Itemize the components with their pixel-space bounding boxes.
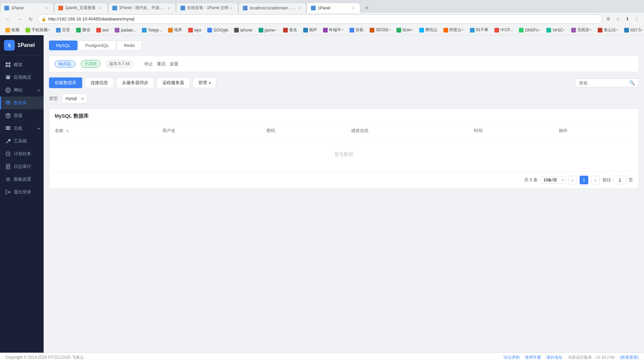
tab-postgresql[interactable]: PostgreSQL: [78, 41, 116, 50]
sidebar-item-container[interactable]: 容器: [0, 109, 44, 122]
bookmark-iphone[interactable]: iphone: [231, 27, 255, 33]
bookmark-favicon-91: [470, 28, 475, 33]
sidebar-item-appstore[interactable]: 应用商店: [0, 71, 44, 84]
bookmark-favicon-wps: [188, 28, 193, 33]
bookmark-favicon-telegr: [142, 28, 147, 33]
bookmark-qianming[interactable]: 签名: [280, 26, 300, 34]
bookmark-google[interactable]: GOOgle: [205, 27, 231, 33]
bookmark-google2[interactable]: 谷歌: [347, 26, 366, 34]
bookmark-seo[interactable]: seo: [94, 27, 111, 33]
sidebar-item-website[interactable]: 网站 ▾: [0, 84, 44, 97]
sidebar-label-cron: 计划任务: [14, 151, 31, 157]
bookmark-telegr[interactable]: Telegr...: [139, 27, 165, 33]
tab-close-5[interactable]: ×: [297, 5, 302, 11]
bookmark-game[interactable]: game~: [256, 27, 280, 33]
downloads-icon[interactable]: ⬇: [623, 15, 631, 23]
restart-link[interactable]: 重启: [157, 61, 166, 67]
manage-button[interactable]: 管理 ▾: [193, 77, 216, 88]
remote-server-button[interactable]: 远程服务器: [157, 77, 190, 88]
bookmark-tencent[interactable]: 腾讯云: [417, 26, 440, 34]
browser-tab-2[interactable]: 1panle_百度搜索 ×: [54, 3, 108, 13]
bookmark-seo2[interactable]: SEO综~: [367, 26, 393, 34]
browser-tab-5[interactable]: localhost.localdomain - VM... ×: [238, 3, 306, 13]
prev-page-button[interactable]: ‹: [568, 176, 577, 184]
bookmark-wuxian[interactable]: 无线安~: [569, 26, 594, 34]
bookmark-yushan[interactable]: 鱼山法~: [595, 26, 621, 34]
tab-label-2: 1panle_百度搜索: [65, 5, 96, 11]
bookmark-zhongcp[interactable]: 中CP...: [492, 26, 516, 34]
back-button[interactable]: ←: [3, 14, 13, 24]
tab-close-6[interactable]: ×: [351, 5, 356, 11]
create-db-button[interactable]: 创建数据库: [49, 77, 82, 88]
settings-icon: [5, 176, 11, 182]
url-text: http://192.168.18.10:40485/databases/mys…: [48, 16, 135, 21]
bookmark-diku[interactable]: 地库: [165, 26, 185, 34]
browser-tab-3[interactable]: 1Panel - 现代化、开源的 Lin... ×: [108, 3, 176, 13]
goto-page: 前往 页: [602, 176, 633, 184]
bookmark-dns[interactable]: DNSFc~: [516, 27, 543, 33]
bookmark-91[interactable]: 91千事: [467, 26, 491, 34]
tab-label-3: 1Panel - 现代化、开源的 Lin...: [119, 5, 166, 11]
manual-link[interactable]: 使用手册: [525, 355, 541, 360]
stop-link[interactable]: 停止: [144, 61, 153, 67]
sync-from-server-button[interactable]: 从服务器同步: [116, 77, 154, 88]
sort-icon-name[interactable]: ⇅: [66, 129, 69, 133]
bookmark-iis7[interactable]: IIS7.5~: [622, 27, 644, 33]
bookmark-padaw[interactable]: padaw...: [112, 27, 139, 33]
more-icon[interactable]: ⋮: [633, 15, 641, 23]
browser-tab-1[interactable]: 1Panel ×: [0, 3, 54, 13]
connect-info-button[interactable]: 连接信息: [85, 77, 114, 88]
bookmark-baiyin[interactable]: 百音: [53, 26, 73, 34]
bookmark-jianip[interactable]: 检IP: [301, 26, 320, 34]
tab-close-3[interactable]: ×: [166, 5, 171, 11]
browser-tab-6[interactable]: 1Panel ×: [307, 3, 360, 13]
bookmark-virsc[interactable]: VirSC~: [544, 27, 568, 33]
new-tab-button[interactable]: +: [362, 3, 371, 13]
tab-favicon-6: [311, 6, 316, 10]
sidebar-item-host[interactable]: 主机 ▾: [0, 122, 44, 135]
bookmark-wps[interactable]: wps: [185, 27, 204, 33]
bookmark-icon[interactable]: ☆: [614, 15, 622, 23]
goto-page-input[interactable]: [613, 176, 627, 184]
tab-close-4[interactable]: ×: [228, 5, 234, 11]
tab-close-1[interactable]: ×: [44, 5, 49, 11]
bookmark-weixin[interactable]: 微信: [73, 26, 93, 34]
settings-link[interactable]: 设置: [170, 61, 178, 67]
sidebar-item-cron[interactable]: 计划任务: [0, 147, 44, 160]
bookmark-zuoduan[interactable]: 昨端牛~: [320, 26, 346, 34]
project-link[interactable]: 项目地址: [546, 355, 562, 360]
next-page-button[interactable]: ›: [591, 176, 600, 184]
bookmark-ali[interactable]: 阿里云~: [441, 26, 467, 34]
sidebar-item-database[interactable]: 数据库: [0, 97, 44, 109]
search-input[interactable]: [579, 80, 629, 85]
sidebar-item-toolbox[interactable]: 工具箱: [0, 135, 44, 147]
sidebar-item-overview[interactable]: 概览: [0, 58, 44, 71]
forum-link[interactable]: 论坛求助: [503, 355, 520, 360]
browser-tab-4[interactable]: 在线安装 - 1Panel 文档 ×: [176, 3, 238, 13]
reload-button[interactable]: ↻: [26, 14, 36, 24]
forward-button[interactable]: →: [15, 14, 24, 24]
sidebar-item-logout[interactable]: 退出登录: [0, 186, 44, 198]
tab-favicon-2: [58, 6, 63, 10]
per-page-select[interactable]: 10条/页 20条/页 50条/页: [540, 176, 566, 184]
extensions-icon[interactable]: ⚙: [604, 15, 612, 23]
tab-redis[interactable]: Redis: [117, 41, 142, 50]
bookmark-zhanse[interactable]: 站se~: [394, 26, 416, 34]
tab-mysql[interactable]: MySQL: [49, 41, 77, 50]
bookmark-favicon-game: [259, 28, 263, 33]
filter-select[interactable]: mysql all: [62, 94, 87, 103]
bookmark-favicon-ali: [443, 28, 448, 33]
sidebar-item-panel-settings[interactable]: 面板设置: [0, 173, 44, 186]
per-page-wrapper: 10条/页 20条/页 50条/页: [540, 176, 566, 184]
tab-close-2[interactable]: ×: [98, 5, 103, 11]
bookmark-shoucang[interactable]: 收藏: [3, 26, 22, 34]
check-update-link[interactable]: (检查更新): [620, 355, 639, 360]
col-password: 密码: [261, 124, 346, 138]
bookmark-mobile[interactable]: 手机收藏~: [23, 26, 53, 34]
col-username: 用户名: [157, 124, 261, 138]
tab-favicon-3: [112, 6, 117, 10]
search-icon[interactable]: 🔍: [629, 80, 635, 85]
sidebar-item-log[interactable]: 日志审计: [0, 160, 44, 173]
sidebar-label-host: 主机: [14, 125, 22, 131]
url-bar[interactable]: 🔒 http://192.168.18.10:40485/databases/m…: [38, 14, 602, 24]
